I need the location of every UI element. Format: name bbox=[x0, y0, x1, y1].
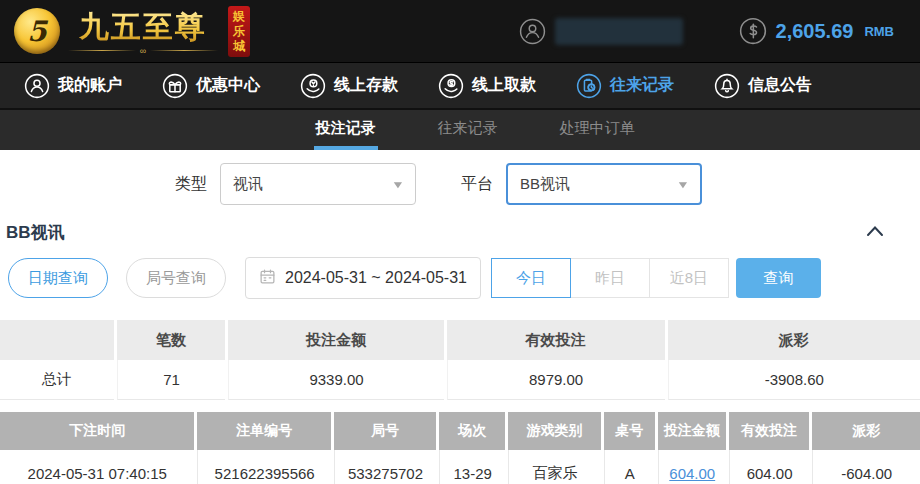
detail-header-game-type: 游戏类别 bbox=[508, 412, 600, 450]
username-redacted bbox=[555, 18, 683, 45]
logo-flourish-ornament: ∞ bbox=[68, 46, 218, 56]
tab-transaction-records[interactable]: 往来记录 bbox=[436, 110, 500, 150]
balance-amount: 2,605.69 bbox=[776, 20, 854, 43]
header-right: 2,605.69 RMB bbox=[519, 17, 894, 45]
summary-valid-bet-value: 8979.00 bbox=[447, 360, 665, 400]
nav-item-my-account[interactable]: 我的账户 bbox=[24, 73, 122, 99]
balance-currency: RMB bbox=[864, 24, 894, 39]
yesterday-button[interactable]: 昨日 bbox=[570, 258, 650, 298]
query-toolbar: 日期查询 局号查询 2024-05-31 ~ 2024-05-31 今日 昨日 … bbox=[8, 258, 920, 298]
yesterday-label: 昨日 bbox=[595, 269, 625, 288]
dollar-circle-icon bbox=[739, 17, 767, 45]
nav-item-withdraw[interactable]: 线上取款 bbox=[438, 73, 536, 99]
nav-label: 我的账户 bbox=[58, 75, 122, 96]
nav-item-deposit[interactable]: 线上存款 bbox=[300, 73, 398, 99]
round-query-label: 局号查询 bbox=[146, 269, 206, 288]
date-query-button[interactable]: 日期查询 bbox=[8, 258, 108, 298]
logo-number: 5 bbox=[27, 15, 46, 48]
calendar-icon bbox=[259, 268, 276, 289]
tab-label: 投注记录 bbox=[316, 119, 376, 138]
tab-pending-orders[interactable]: 处理中订单 bbox=[558, 110, 637, 150]
type-select[interactable]: 视讯 ▼ bbox=[220, 163, 416, 205]
top-header: 5 九五至尊 ∞ 娱乐城 bbox=[0, 0, 920, 62]
detail-header-table-no: 桌号 bbox=[604, 412, 655, 450]
deposit-icon bbox=[300, 73, 326, 99]
nav-label: 线上取款 bbox=[472, 75, 536, 96]
type-select-value: 视讯 bbox=[233, 175, 263, 194]
user-account[interactable] bbox=[519, 18, 683, 45]
user-circle-icon bbox=[519, 18, 546, 45]
last-8-days-label: 近8日 bbox=[670, 269, 708, 288]
nav-item-promotions[interactable]: 优惠中心 bbox=[162, 73, 260, 99]
detail-header-row: 下注时间 注单编号 局号 场次 游戏类别 桌号 投注金额 有效投注 派彩 bbox=[0, 412, 920, 450]
platform-select[interactable]: BB视讯 ▼ bbox=[506, 163, 702, 205]
brand-logo[interactable]: 5 九五至尊 ∞ 娱乐城 bbox=[14, 6, 250, 57]
records-icon bbox=[576, 73, 602, 99]
cell-valid-bet: 604.00 bbox=[729, 450, 810, 484]
detail-header-round-id: 局号 bbox=[334, 412, 436, 450]
cell-table-no: A bbox=[604, 450, 655, 484]
summary-header-row: 笔数 投注金额 有效投注 派彩 bbox=[0, 320, 920, 360]
cell-payout: -604.00 bbox=[812, 450, 920, 484]
bet-amount-link[interactable]: 604.00 bbox=[669, 465, 715, 482]
section-title: BB视讯 bbox=[6, 221, 65, 244]
summary-count-value: 71 bbox=[117, 360, 226, 400]
date-range-value: 2024-05-31 ~ 2024-05-31 bbox=[285, 269, 467, 287]
detail-header-bet-amount: 投注金额 bbox=[658, 412, 726, 450]
flourish-glyph: ∞ bbox=[140, 46, 146, 56]
tab-bet-records[interactable]: 投注记录 bbox=[314, 110, 378, 150]
brand-logo-icon: 5 bbox=[14, 8, 60, 54]
logo-text-block: 九五至尊 ∞ bbox=[68, 7, 218, 56]
nav-item-announcements[interactable]: 信息公告 bbox=[714, 73, 812, 99]
cell-round-id: 533275702 bbox=[334, 450, 436, 484]
detail-header-valid-bet: 有效投注 bbox=[729, 412, 810, 450]
user-icon bbox=[24, 73, 50, 99]
cell-bet-amount: 604.00 bbox=[658, 450, 726, 484]
nav-label: 优惠中心 bbox=[196, 75, 260, 96]
platform-label: 平台 bbox=[461, 174, 493, 195]
today-button[interactable]: 今日 bbox=[491, 258, 571, 298]
cell-game-type: 百家乐 bbox=[508, 450, 600, 484]
detail-header-payout: 派彩 bbox=[812, 412, 920, 450]
summary-header-valid-bet: 有效投注 bbox=[447, 320, 665, 360]
bell-icon bbox=[714, 73, 740, 99]
quick-range-group: 今日 昨日 近8日 bbox=[491, 258, 729, 298]
filter-row: 类型 视讯 ▼ 平台 BB视讯 ▼ bbox=[175, 163, 920, 205]
table-row: 2024-05-31 07:40:15 521622395566 5332757… bbox=[0, 450, 920, 484]
detail-header-order-id: 注单编号 bbox=[197, 412, 331, 450]
cell-order-id: 521622395566 bbox=[197, 450, 331, 484]
date-range-input[interactable]: 2024-05-31 ~ 2024-05-31 bbox=[245, 257, 481, 299]
nav-item-records[interactable]: 往来记录 bbox=[576, 73, 674, 99]
logo-badge: 娱乐城 bbox=[228, 6, 250, 57]
tab-label: 往来记录 bbox=[438, 119, 498, 138]
collapse-chevron-up-icon[interactable] bbox=[866, 223, 884, 241]
nav-label: 信息公告 bbox=[748, 75, 812, 96]
search-button[interactable]: 查询 bbox=[736, 258, 821, 298]
chevron-down-icon: ▼ bbox=[391, 179, 405, 190]
balance-display[interactable]: 2,605.69 RMB bbox=[739, 17, 894, 45]
round-query-button[interactable]: 局号查询 bbox=[126, 258, 226, 298]
tab-label: 处理中订单 bbox=[560, 119, 635, 138]
today-label: 今日 bbox=[516, 269, 546, 288]
cell-bet-time: 2024-05-31 07:40:15 bbox=[0, 450, 194, 484]
nav-label: 线上存款 bbox=[334, 75, 398, 96]
summary-payout-value: -3908.60 bbox=[668, 360, 920, 400]
last-8-days-button[interactable]: 近8日 bbox=[649, 258, 729, 298]
summary-total-row: 总计 71 9339.00 8979.00 -3908.60 bbox=[0, 360, 920, 400]
date-query-label: 日期查询 bbox=[28, 269, 88, 288]
summary-bet-amount-value: 9339.00 bbox=[228, 360, 443, 400]
detail-table: 下注时间 注单编号 局号 场次 游戏类别 桌号 投注金额 有效投注 派彩 202… bbox=[0, 412, 920, 484]
summary-header-bet-amount: 投注金额 bbox=[228, 320, 443, 360]
detail-header-bet-time: 下注时间 bbox=[0, 412, 194, 450]
summary-header-payout: 派彩 bbox=[668, 320, 920, 360]
main-nav: 我的账户 优惠中心 线上存款 线上取款 bbox=[0, 62, 920, 110]
summary-table: 笔数 投注金额 有效投注 派彩 总计 71 9339.00 8979.00 -3… bbox=[0, 320, 920, 400]
logo-badge-text: 娱乐城 bbox=[233, 9, 245, 53]
summary-header-count: 笔数 bbox=[117, 320, 226, 360]
summary-header-empty bbox=[0, 320, 114, 360]
platform-select-value: BB视讯 bbox=[520, 175, 570, 194]
logo-title: 九五至尊 bbox=[79, 7, 207, 48]
chevron-down-icon: ▼ bbox=[676, 179, 690, 190]
withdraw-icon bbox=[438, 73, 464, 99]
gift-icon bbox=[162, 73, 188, 99]
